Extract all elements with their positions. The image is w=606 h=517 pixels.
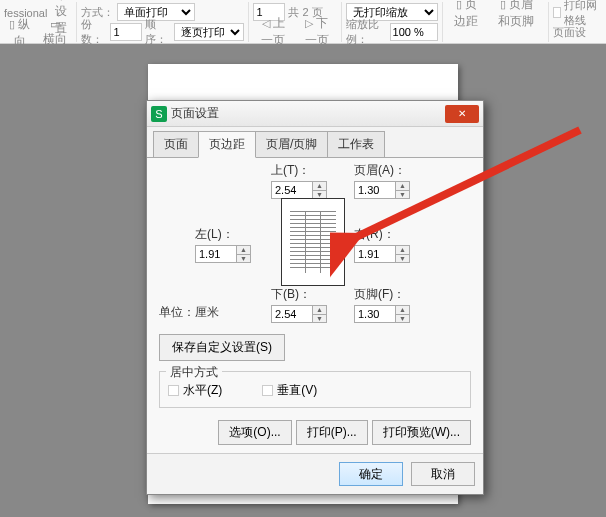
options-button[interactable]: 选项(O)... bbox=[218, 420, 291, 445]
margins-ribbon-button[interactable]: ▯ 页边距 bbox=[447, 0, 486, 32]
footer-stepper[interactable]: ▲▼ bbox=[396, 305, 410, 323]
tab-sheet[interactable]: 工作表 bbox=[327, 131, 385, 158]
footer-label: 页脚(F)： bbox=[354, 286, 410, 303]
vertical-checkbox[interactable]: 垂直(V) bbox=[262, 382, 317, 399]
right-input[interactable] bbox=[354, 245, 396, 263]
footer-input[interactable] bbox=[354, 305, 396, 323]
dialog-footer: 确定 取消 bbox=[147, 453, 483, 494]
header-stepper[interactable]: ▲▼ bbox=[396, 181, 410, 199]
order-label: 顺序： bbox=[145, 17, 171, 47]
close-button[interactable]: ✕ bbox=[445, 105, 479, 123]
top-stepper[interactable]: ▲▼ bbox=[313, 181, 327, 199]
scale-label: 缩放比例： bbox=[346, 17, 387, 47]
cancel-button[interactable]: 取消 bbox=[411, 462, 475, 486]
left-input[interactable] bbox=[195, 245, 237, 263]
ribbon-toolbar: fessional ⚙ 设置 ▯ 纵向 ▭ 横向 方式： 单面打印 份数： 顺序… bbox=[0, 0, 606, 44]
print-grid-checkbox[interactable] bbox=[553, 7, 561, 18]
chevron-down-icon: ▼ bbox=[313, 191, 326, 199]
right-label: 右(R)： bbox=[354, 226, 410, 243]
page-setup-dialog: S 页面设置 ✕ 页面 页边距 页眉/页脚 工作表 上(T)： ▲▼ 页眉(A)… bbox=[146, 100, 484, 495]
tab-margins[interactable]: 页边距 bbox=[198, 131, 256, 158]
top-input[interactable] bbox=[271, 181, 313, 199]
dialog-titlebar[interactable]: S 页面设置 ✕ bbox=[147, 101, 483, 127]
print-button[interactable]: 打印(P)... bbox=[296, 420, 368, 445]
gear-icon: ⚙ bbox=[56, 0, 67, 3]
ok-button[interactable]: 确定 bbox=[339, 462, 403, 486]
scale-input[interactable] bbox=[390, 23, 438, 41]
dialog-tabs: 页面 页边距 页眉/页脚 工作表 bbox=[147, 127, 483, 158]
center-group-title: 居中方式 bbox=[166, 364, 222, 381]
order-select[interactable]: 逐页打印 bbox=[174, 23, 244, 41]
left-stepper[interactable]: ▲▼ bbox=[237, 245, 251, 263]
print-preview-button[interactable]: 打印预览(W)... bbox=[372, 420, 471, 445]
tab-header-footer[interactable]: 页眉/页脚 bbox=[255, 131, 328, 158]
dialog-title: 页面设置 bbox=[171, 105, 445, 122]
header-label: 页眉(A)： bbox=[354, 162, 410, 179]
right-stepper[interactable]: ▲▼ bbox=[396, 245, 410, 263]
save-custom-button[interactable]: 保存自定义设置(S) bbox=[159, 334, 285, 361]
bottom-label: 下(B)： bbox=[271, 286, 327, 303]
center-group: 居中方式 水平(Z) 垂直(V) bbox=[159, 371, 471, 408]
left-label: 左(L)： bbox=[195, 226, 251, 243]
header-input[interactable] bbox=[354, 181, 396, 199]
headerfooter-ribbon-button[interactable]: ▯ 页眉和页脚 bbox=[489, 0, 544, 32]
bottom-input[interactable] bbox=[271, 305, 313, 323]
chevron-up-icon: ▲ bbox=[313, 182, 326, 191]
copies-label: 份数： bbox=[81, 17, 107, 47]
margins-preview bbox=[281, 198, 345, 286]
horizontal-checkbox[interactable]: 水平(Z) bbox=[168, 382, 222, 399]
top-label: 上(T)： bbox=[271, 162, 327, 179]
copies-input[interactable] bbox=[110, 23, 142, 41]
tab-page[interactable]: 页面 bbox=[153, 131, 199, 158]
bottom-stepper[interactable]: ▲▼ bbox=[313, 305, 327, 323]
app-icon: S bbox=[151, 106, 167, 122]
unit-label: 单位：厘米 bbox=[159, 304, 219, 321]
page-setup-button[interactable]: 页面设 bbox=[553, 25, 586, 40]
dialog-body: 上(T)： ▲▼ 页眉(A)： ▲▼ 左(L)： ▲▼ 右(R)： ▲▼ 下(B… bbox=[147, 157, 483, 453]
